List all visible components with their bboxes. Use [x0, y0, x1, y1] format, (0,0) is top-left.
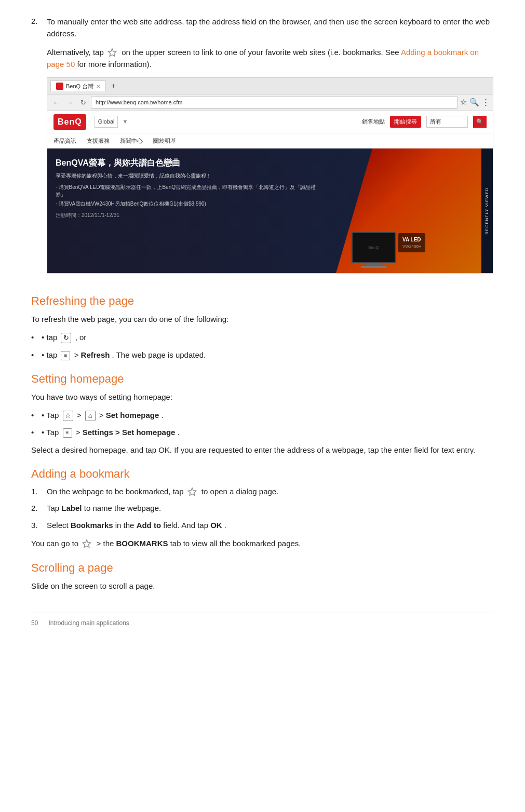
star-icon-para: [82, 539, 92, 549]
step-1-text-after: to open a dialog page.: [201, 487, 278, 496]
menu-item-4: 關於明基: [153, 137, 176, 145]
svg-marker-0: [108, 48, 116, 56]
monitor-base: [361, 266, 387, 268]
alt-text-before: Alternatively, tap: [47, 48, 104, 57]
banner-image-area: BenQ VA LED VW2430H: [336, 148, 481, 273]
page-number: 50: [31, 619, 38, 627]
refresh-c-icon: ↻: [61, 333, 71, 343]
para-mid: > the: [97, 539, 114, 548]
benq-nav-right: 銷售地點 開始搜尋 所有 🔍: [362, 116, 487, 128]
step-1-text-before: On the webpage to be bookmarked, tap: [47, 487, 184, 496]
para-after: tab to view all the bookmarked pages.: [170, 539, 301, 548]
arrow-h2: >: [76, 428, 83, 437]
step-2-bold: Label: [61, 504, 82, 512]
step-3-text-after: field. And tap: [163, 521, 208, 530]
item-text: To manually enter the web site address, …: [47, 16, 494, 40]
footer-bar: 50 Introducing main applications: [31, 613, 494, 627]
menu-item-2: 支援服務: [87, 137, 110, 145]
banner-text: BenQVA螢幕，與妳共譜白色戀曲 享受專屬你的旅程與心情，來一場閱讀愛情，記錄…: [56, 157, 326, 219]
recently-viewed-label: RECENTLY VIEWED: [484, 187, 490, 235]
item-number: 2.: [31, 16, 47, 283]
footer-text: Introducing main applications: [48, 619, 129, 627]
step-3-text-end: .: [224, 521, 226, 530]
step-2-content: Tap Label to name the webpage.: [47, 503, 494, 515]
refresh-bullet-1-text: • tap ↻ , or: [42, 331, 86, 343]
step-3-bold1: Bookmarks: [71, 521, 113, 530]
banner-bullet2: · 購買VA雪白機VW2430H另加拍BenQ數位位相機G1(市價$8,990): [56, 200, 326, 208]
tab-close-icon: ✕: [96, 83, 100, 90]
monitor-brand: BenQ: [368, 245, 379, 251]
nav-search-btn: 開始搜尋: [390, 116, 421, 128]
svg-marker-1: [188, 488, 196, 496]
bullet-dot: •: [31, 331, 37, 343]
arrow-1: >: [77, 411, 84, 419]
menu-grid-icon: ≡: [61, 351, 70, 360]
menu-item-1: 產品資訊: [53, 137, 76, 145]
back-icon: ←: [50, 98, 62, 108]
nav-right-icon: 🔍: [473, 116, 487, 128]
step-3-num: 3.: [31, 520, 47, 532]
menu-item-3: 新聞中心: [120, 137, 143, 145]
menu-icon-2: ≡: [63, 428, 72, 438]
settings-homepage-bold: Settings > Set homepage: [83, 428, 176, 437]
homepage-bullet-1-text: • Tap ☆ > ⌂ > Set homepage .: [42, 409, 164, 421]
browser-actions: ☆ 🔍 ⋮: [460, 97, 490, 109]
section-heading-homepage: Setting homepage: [31, 372, 494, 386]
step-3-bold2: Add to: [137, 521, 161, 530]
bullet-dot-h1: •: [31, 409, 37, 421]
step-2-text-after: to name the webpage.: [84, 504, 161, 512]
alt-text-link-suffix: for more information).: [77, 60, 151, 69]
dropdown-arrow: ▼: [122, 117, 128, 126]
browser-tab-bar: BenQ 台灣 ✕ +: [47, 78, 493, 94]
benq-header: BenQ Global ▼ 銷售地點 開始搜尋 所有 🔍: [47, 111, 493, 133]
alt-text-suffix: on the upper screen to link to one of yo…: [122, 48, 399, 57]
benq-global: Global: [95, 116, 118, 128]
scrolling-para: Slide on the screen to scroll a page.: [31, 580, 494, 592]
homepage-bullet-2-text: • Tap ≡ > Settings > Set homepage .: [42, 426, 180, 438]
svg-marker-2: [83, 540, 91, 548]
item-content: To manually enter the web site address, …: [47, 16, 494, 283]
bookmark-step-1: 1. On the webpage to be bookmarked, tap …: [31, 486, 494, 498]
monitor-mockup: BenQ: [352, 232, 396, 268]
step-3-bold3: OK: [210, 521, 222, 530]
section-heading-refreshing: Refreshing the page: [31, 294, 494, 308]
refresh-suffix: , or: [75, 333, 87, 342]
search-box: 所有: [426, 116, 468, 128]
banner-bullet1: · 購買BenQVA LED電腦液晶顯示器任一款，上BenQ官網完成產品推薦，即…: [56, 184, 326, 198]
set-homepage-bold: Set homepage: [106, 411, 159, 419]
browser-screenshot: BenQ 台灣 ✕ + ← → ↻ http://www.benq.com.tw…: [47, 77, 493, 274]
step-3-content: Select Bookmarks in the Add to field. An…: [47, 520, 494, 532]
refresh-bullet-2-text: • tap ≡ > Refresh . The web page is upda…: [42, 349, 206, 361]
address-bar: http://www.benq.com.tw/home.cfm: [91, 97, 458, 109]
homepage-bullet-2: • • Tap ≡ > Settings > Set homepage .: [31, 426, 494, 438]
home-icon: ⌂: [85, 411, 96, 421]
bookmark-step-3: 3. Select Bookmarks in the Add to field.…: [31, 520, 494, 532]
benq-logo: BenQ: [53, 114, 86, 130]
search-icon: 🔍: [469, 97, 479, 109]
va-led-text: VA LED: [402, 236, 421, 243]
benq-menu: 產品資訊 支援服務 新聞中心 關於明基: [47, 133, 493, 149]
monitor-screen: BenQ: [352, 232, 396, 263]
star-box-icon: ☆: [63, 411, 73, 421]
menu-icon: ⋮: [482, 97, 490, 109]
browser-controls: ← → ↻ http://www.benq.com.tw/home.cfm ☆ …: [47, 94, 493, 111]
reload-icon: ↻: [77, 98, 89, 108]
bookmark-star-icon: ☆: [460, 97, 467, 109]
refresh-bullet-1: • • tap ↻ , or: [31, 331, 494, 343]
model-text: VW2430H: [402, 243, 421, 250]
bullet-dot-2: •: [31, 349, 37, 361]
tab-favicon: [56, 83, 63, 90]
homepage-bullet-1: • • Tap ☆ > ⌂ > Set homepage .: [31, 409, 494, 421]
new-tab-button: +: [108, 80, 118, 92]
refreshing-intro: To refresh the web page, you can do one …: [31, 313, 494, 325]
numbered-item-2: 2. To manually enter the web site addres…: [31, 16, 494, 283]
recently-viewed-tab: RECENTLY VIEWED: [481, 148, 493, 273]
step-1-num: 1.: [31, 486, 47, 498]
step-3-text-mid: in the: [115, 521, 137, 530]
browser-content: BenQ Global ▼ 銷售地點 開始搜尋 所有 🔍 產品資訊 支援服務: [47, 111, 493, 274]
refresh-suffix-2: . The web page is updated.: [112, 350, 206, 359]
forward-icon: →: [64, 98, 75, 108]
para-bold: BOOKMARKS: [116, 539, 168, 548]
nav-right-1: 銷售地點: [362, 117, 385, 126]
step-2-num: 2.: [31, 503, 47, 515]
